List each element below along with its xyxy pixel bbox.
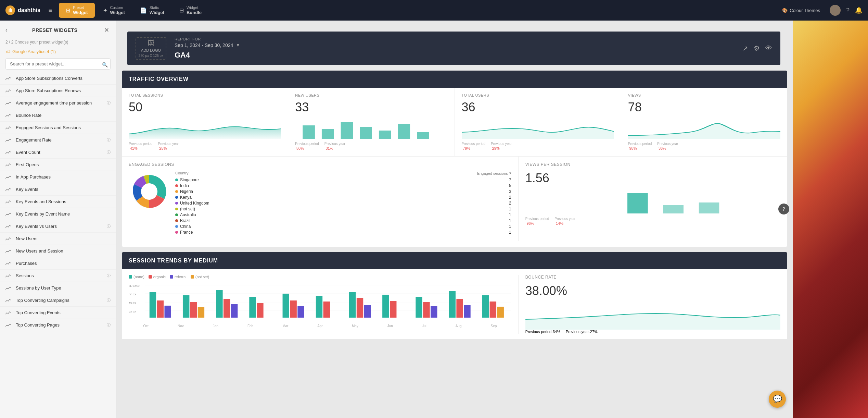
sidebar-item-first-opens[interactable]: First Opens [0,159,116,171]
svg-rect-45 [456,299,463,318]
country-dot [175,225,178,228]
item-chart-icon [5,286,12,291]
info-icon[interactable]: ⓘ [107,150,111,155]
sidebar-item-in-app-purchases[interactable]: In App Purchases [0,171,116,183]
share-icon[interactable]: ↗ [742,44,748,52]
sessions-dropdown-icon[interactable]: ▾ [509,171,511,175]
sidebar-item-top-converting-events[interactable]: Top Converting Events [0,307,116,319]
item-chart-icon [5,150,12,155]
eye-icon[interactable]: 👁 [765,44,772,52]
sidebar-item-label: Engaged Sessions and Sessions [16,125,81,130]
sidebar-item-key-events-event-name[interactable]: Key Events by Event Name [0,208,116,220]
traffic-overview-section: TRAFFIC OVERVIEW TOTAL SESSIONS 50 [122,71,787,247]
svg-text:75: 75 [129,293,136,296]
tab-static-widget[interactable]: 📄 Static Widget [133,3,171,18]
svg-rect-44 [449,291,456,318]
sidebar-item-label: Top Converting Pages [16,322,60,328]
country-name: Nigeria [180,189,507,194]
sidebar-item-label: App Store Subscriptions Converts [16,76,82,81]
notifications-icon[interactable]: 🔔 [855,7,863,14]
month-label: Jan [213,324,218,328]
item-chart-icon [5,175,12,180]
sidebar-header: ‹ PRESET WIDGETS ✕ [0,21,116,38]
svg-rect-41 [416,297,422,318]
metrics-row: TOTAL SESSIONS 50 Previous period- [122,88,787,156]
sidebar-back-button[interactable]: ‹ [5,27,7,33]
info-icon[interactable]: ⓘ [107,273,111,278]
sidebar-item-engagement-rate[interactable]: Engagement Rate ⓘ [0,134,116,146]
tab-custom-widget[interactable]: ✦ Custom Widget [96,3,132,18]
sidebar-item-sessions-user-type[interactable]: Sessions by User Type [0,282,116,294]
country-row: Singapore 7 [175,177,511,182]
top-nav: dashthis ≡ ⊞ Preset Widget ✦ Custom Widg… [0,0,868,21]
tab-widget-bundle[interactable]: ⊟ Widget Bundle [173,3,208,18]
svg-rect-28 [231,304,238,318]
sidebar-item-event-count[interactable]: Event Count ⓘ [0,146,116,159]
country-name: United Kingdom [180,201,507,206]
country-value: 2 [509,195,511,200]
metric-total-sessions: TOTAL SESSIONS 50 Previous period- [122,88,288,156]
help-button[interactable]: ? [778,204,789,214]
second-row: ENGAGED SESSIONS [122,156,787,241]
country-name: (not set) [180,207,507,211]
dates-dropdown-arrow[interactable]: ▼ [236,43,240,48]
custom-tab-icon: ✦ [103,7,107,14]
info-icon[interactable]: ⓘ [107,137,111,143]
sidebar-item-new-users[interactable]: New Users [0,233,116,245]
sidebar-item-key-events[interactable]: Key Events [0,183,116,196]
info-icon[interactable]: ⓘ [107,100,111,106]
info-icon[interactable]: ⓘ [107,298,111,303]
image-icon: 🖼 [148,39,154,47]
hamburger-icon[interactable]: ≡ [49,7,52,14]
nav-right: 🎨 Colour Themes ? 🔔 [778,5,863,16]
sidebar-item-key-events-vs-users[interactable]: Key Events vs Users ⓘ [0,220,116,233]
user-avatar[interactable] [830,5,841,16]
sidebar-item-label: Top Converting Campaigns [16,298,69,303]
svg-rect-49 [497,307,503,318]
country-value: 1 [509,212,511,217]
bundle-tab-icon: ⊟ [179,7,184,14]
pie-chart [129,171,170,212]
sidebar-item-top-converting-pages[interactable]: Top Converting Pages ⓘ [0,319,116,331]
sidebar-item-purchases[interactable]: Purchases [0,257,116,270]
report-dates: Sep 1, 2024 - Sep 30, 2024 ▼ [175,42,240,48]
sidebar-close-button[interactable]: ✕ [102,26,111,34]
sidebar-item-bounce-rate[interactable]: Bounce Rate [0,109,116,122]
preset-tab-label: Preset Widget [73,5,88,15]
info-icon[interactable]: ⓘ [107,322,111,328]
search-input[interactable] [5,58,111,70]
sidebar-item-new-users-session[interactable]: New Users and Session [0,245,116,257]
settings-icon[interactable]: ⚙ [754,44,760,52]
back-arrow-icon: ‹ [5,27,7,33]
tab-preset-widget[interactable]: ⊞ Preset Widget [59,3,94,18]
legend-item: organic [149,275,166,279]
colour-themes-button[interactable]: 🎨 Colour Themes [778,6,824,15]
item-chart-icon [5,298,12,303]
sidebar-item-avg-engagement-time[interactable]: Average engagement time per session ⓘ [0,97,116,109]
sidebar-item-app-store-subs-converts[interactable]: App Store Subscriptions Converts [0,72,116,85]
ga-icon: 🏷 [5,49,10,54]
chat-button[interactable]: 💬 [769,391,786,408]
svg-point-8 [141,183,157,200]
traffic-overview-header: TRAFFIC OVERVIEW [122,71,787,88]
sidebar-item-engaged-sessions[interactable]: Engaged Sessions and Sessions [0,122,116,134]
vps-prev: Previous period-96% Previous year-14% [525,217,780,225]
help-nav-icon[interactable]: ? [846,7,850,14]
sidebar-item-top-converting-campaigns[interactable]: Top Converting Campaigns ⓘ [0,294,116,307]
info-icon[interactable]: ⓘ [107,224,111,229]
country-name: China [180,224,507,229]
sidebar-item-sessions[interactable]: Sessions ⓘ [0,270,116,282]
country-header: Country Engaged sessions ▾ [175,171,511,175]
sidebar-item-label: New Users and Session [16,248,63,254]
sidebar-item-label: Sessions [16,273,34,278]
svg-rect-0 [303,125,315,139]
month-label: Oct [143,324,149,328]
svg-rect-29 [249,297,256,318]
bundle-tab-label: Widget Bundle [187,5,202,15]
sidebar-item-label: First Opens [16,162,39,167]
legend-item: (not set) [191,275,209,279]
sidebar-item-app-store-subs-renews[interactable]: App Store Subscriptions Renews [0,85,116,97]
sidebar-item-key-events-sessions[interactable]: Key Events and Sessions [0,196,116,208]
trends-legend: (none)organicreferral(not set) [129,275,511,279]
report-actions: ↗ ⚙ 👁 [742,44,772,52]
